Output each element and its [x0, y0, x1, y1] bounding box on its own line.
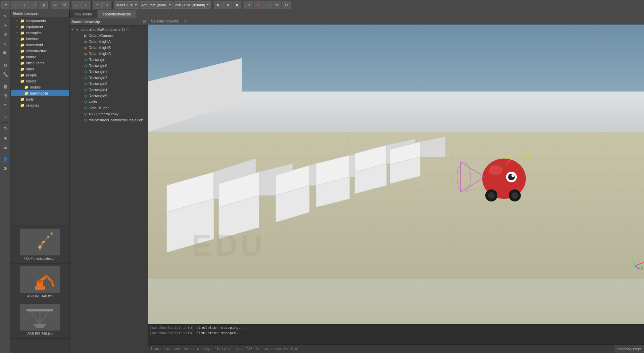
icon-scale[interactable]: ⤡ — [1, 40, 10, 48]
btn8[interactable]: ↔ — [72, 1, 81, 9]
icon-build[interactable]: 🔧 — [1, 70, 10, 79]
tree-label-other: other — [26, 67, 34, 71]
tree-item-furniture[interactable]: +📁furniture — [11, 36, 69, 42]
tree-label-equipment: equipment — [26, 25, 43, 29]
svg-text:X: X — [642, 261, 644, 264]
tree-item-household[interactable]: +📁household — [11, 42, 69, 48]
btn3[interactable]: ↕ — [20, 1, 29, 9]
icon-list[interactable]: ☰ — [1, 143, 10, 152]
scene-edit-icon[interactable]: ✎ — [126, 28, 129, 32]
icon-scene[interactable]: ▦ — [1, 82, 10, 91]
btn6[interactable]: ⊕ — [51, 1, 59, 9]
scene-item-6[interactable]: ⬡ Rectangle1 — [69, 69, 148, 75]
tree-label-nature: nature — [26, 55, 36, 59]
tree-item-tools[interactable]: +📁tools — [11, 96, 69, 102]
tab-new-scene[interactable]: new scene — [69, 10, 97, 18]
thumbnail-2[interactable]: ABB IRB 360.ttm — [11, 301, 69, 339]
tree-item-vehicles[interactable]: +📁vehicles — [11, 102, 69, 108]
tree-item-examples[interactable]: +📁examples — [11, 30, 69, 36]
scene-item-9[interactable]: ⬡ Rectangle4 — [69, 87, 148, 93]
scene-tree[interactable]: ▼ ● controlledViaRos (scene 2) ✎ ◧ Defau… — [69, 26, 148, 353]
btn4[interactable]: ⊞ — [30, 1, 38, 9]
scene-dot-icon: ● — [75, 27, 80, 32]
scene-item-4[interactable]: ⬡ Rectangle — [69, 57, 148, 63]
svg-point-15 — [45, 275, 48, 278]
scene-item-label-8: Rectangle3 — [89, 82, 107, 86]
folder-icon-vehicles: 📁 — [20, 103, 25, 108]
scene-item-10[interactable]: ⬡ Rectangle5 — [69, 93, 148, 99]
scene-item-0[interactable]: ◧ DefaultCamera — [69, 33, 148, 39]
undo-btn[interactable]: ↩ — [93, 1, 102, 9]
play-btn[interactable]: ▶ — [214, 1, 222, 9]
tree-label-furniture: furniture — [26, 37, 39, 41]
btn-e[interactable]: ⊟ — [282, 1, 291, 9]
scene-item-12[interactable]: ⬡ DefaultFloor — [69, 105, 148, 111]
folder-icon-robots: 📁 — [20, 79, 25, 83]
scene-item-7[interactable]: ⬡ Rectangle2 — [69, 75, 148, 81]
scene-item-2[interactable]: ◎ DefaultLightB — [69, 45, 148, 51]
pause-btn[interactable]: ⏸ — [223, 1, 232, 9]
icon-sim[interactable]: ◈ — [1, 133, 10, 142]
btn-b[interactable]: 🚗 — [254, 1, 262, 9]
scene-item-13[interactable]: ⬡ XYZCameraProxy — [69, 111, 148, 117]
scene-item-3[interactable]: ◎ DefaultLightC — [69, 51, 148, 57]
tree-label-tools: tools — [26, 97, 34, 101]
console-msg-0: simulation stopping... — [196, 326, 245, 330]
btn7[interactable]: ↺ — [60, 1, 69, 9]
scene-name-label: controlledViaRos (scene 2) — [81, 27, 125, 32]
scene-item-5[interactable]: ⬡ Rectangle0 — [69, 63, 148, 69]
thumbnail-1[interactable]: ABB IRB 140.ttm — [11, 263, 69, 301]
redo-btn[interactable]: ↪ — [102, 1, 111, 9]
icon-robot[interactable]: ⊙ — [1, 124, 10, 133]
btn2[interactable]: ↕ — [11, 1, 19, 9]
icon-settings[interactable]: ⚙ — [1, 61, 10, 69]
icon-users[interactable]: 👤 — [1, 155, 10, 163]
tree-item-equipment[interactable]: +📁equipment — [11, 24, 69, 30]
tree-item-components[interactable]: +📁components — [11, 18, 69, 24]
scene-item-8[interactable]: ⬡ Rectangle3 — [69, 81, 148, 87]
thumbnail-0[interactable]: 7 DoF manipulator.ttm — [11, 226, 69, 263]
icon-path[interactable]: ∿ — [1, 112, 10, 121]
lua-input-field[interactable] — [148, 347, 614, 351]
thumb-label-1: ABB IRB 140.ttm — [27, 294, 53, 298]
tree-item-non_mobile[interactable]: 📁non-mobile — [11, 90, 69, 96]
timestep-dropdown[interactable]: dt=50 ms (default) ▼ — [174, 1, 211, 9]
thumb-preview-0 — [20, 229, 60, 255]
btn5[interactable]: ◎ — [39, 1, 48, 9]
btn9[interactable]: ↕ — [81, 1, 90, 9]
stop-btn[interactable]: ⏹ — [233, 1, 241, 9]
icon-rotate[interactable]: ↺ — [1, 30, 10, 39]
tree-item-people[interactable]: +📁people — [11, 72, 69, 78]
icon-sep3 — [1, 111, 9, 111]
svg-point-14 — [38, 279, 42, 283]
model-browser-tree[interactable]: +📁components+📁equipment+📁examples+📁furni… — [11, 17, 69, 226]
btn-c[interactable]: → — [263, 1, 272, 9]
tree-item-infrastructure[interactable]: +📁infrastructure — [11, 48, 69, 54]
scene-item-14[interactable]: ⬡ rosInterfaceControlledBubbleRob — [69, 117, 148, 123]
tree-item-office_items[interactable]: +📁office items — [11, 60, 69, 66]
collision-dropdown[interactable]: Accurate (defau ▼ — [140, 1, 173, 9]
svg-point-72 — [511, 192, 518, 199]
tab-controlled-via-ros[interactable]: controlledViaRos — [98, 10, 136, 18]
move-btn[interactable]: ✛ — [1, 1, 10, 9]
icon-move[interactable]: ✛ — [1, 21, 10, 30]
viewport[interactable]: rosInterface... EDU X Y Z — [148, 24, 644, 324]
tree-item-mobile[interactable]: 📁mobile — [11, 84, 69, 90]
btn-d[interactable]: 👁 — [273, 1, 281, 9]
tree-item-nature[interactable]: +📁nature — [11, 54, 69, 60]
scene-item-11[interactable]: ⬡ walls — [69, 99, 148, 105]
physics-dropdown[interactable]: Bullet 2.78 ▼ — [114, 1, 139, 9]
close-hierarchy-btn[interactable]: ✕ — [143, 19, 146, 24]
btn-a[interactable]: ⊛ — [244, 1, 253, 9]
icon-prefs[interactable]: ⚙ — [1, 164, 10, 173]
scene-item-1[interactable]: ◎ DefaultLightA — [69, 39, 148, 45]
icon-graph[interactable]: ≡ — [1, 101, 10, 109]
tree-item-other[interactable]: +📁other — [11, 66, 69, 72]
console-line-1: [sandboxScript:info] Simulation stopped. — [150, 331, 643, 336]
scene-name-row[interactable]: ▼ ● controlledViaRos (scene 2) ✎ — [69, 26, 148, 33]
lua-input-bar: Sandbox script — [148, 344, 644, 353]
icon-snap[interactable]: ⊞ — [1, 91, 10, 100]
icon-arrow[interactable]: ↖ — [1, 11, 10, 20]
icon-search[interactable]: 🔍 — [1, 49, 10, 58]
tree-item-robots[interactable]: +📁robots — [11, 78, 69, 84]
